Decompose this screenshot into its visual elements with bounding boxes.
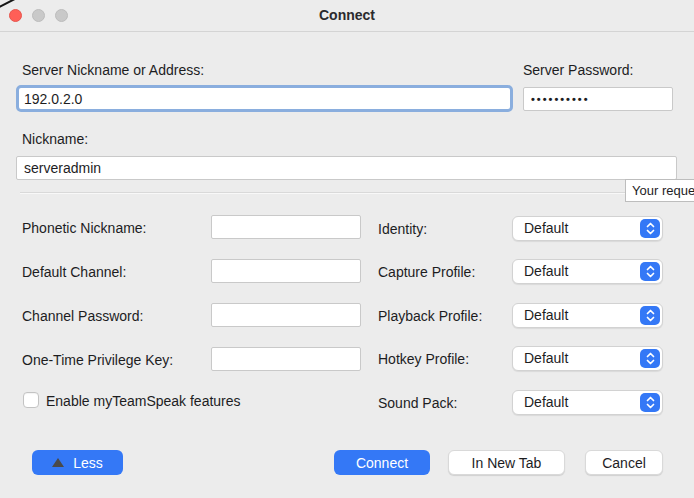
capture-profile-dropdown[interactable]: Default (512, 259, 663, 284)
triangle-up-icon (52, 458, 64, 467)
identity-label: Identity: (378, 221, 427, 237)
tooltip: Your reque (625, 179, 694, 202)
chevron-up-down-icon (640, 262, 660, 281)
playback-profile-dropdown[interactable]: Default (512, 303, 663, 328)
server-password-label: Server Password: (523, 62, 633, 78)
capture-profile-label: Capture Profile: (378, 264, 475, 280)
channel-password-input[interactable] (211, 303, 361, 327)
phonetic-nickname-input[interactable] (211, 215, 361, 239)
cancel-button[interactable]: Cancel (585, 450, 663, 475)
chevron-up-down-icon (640, 306, 660, 325)
in-new-tab-button[interactable]: In New Tab (448, 450, 565, 475)
connect-button[interactable]: Connect (334, 450, 430, 475)
chevron-up-down-icon (640, 349, 660, 368)
privilege-key-label: One-Time Privilege Key: (22, 352, 173, 368)
title-bar: Connect (0, 0, 694, 32)
hotkey-profile-dropdown[interactable]: Default (512, 346, 663, 371)
nickname-input[interactable] (16, 156, 677, 180)
channel-password-label: Channel Password: (22, 308, 143, 324)
sound-pack-dropdown[interactable]: Default (512, 390, 663, 415)
window-title: Connect (0, 0, 694, 31)
server-address-input[interactable] (16, 85, 513, 112)
server-password-input[interactable] (523, 87, 673, 111)
phonetic-nickname-label: Phonetic Nickname: (22, 220, 147, 236)
identity-dropdown[interactable]: Default (512, 216, 663, 241)
privilege-key-input[interactable] (211, 347, 361, 371)
section-divider (20, 192, 676, 194)
default-channel-label: Default Channel: (22, 264, 126, 280)
hotkey-profile-label: Hotkey Profile: (378, 351, 469, 367)
default-channel-input[interactable] (211, 259, 361, 283)
chevron-up-down-icon (640, 393, 660, 412)
connect-dialog: Connect Server Nickname or Address: Serv… (0, 0, 694, 498)
myteamspeak-checkbox[interactable] (23, 392, 39, 408)
server-address-label: Server Nickname or Address: (22, 62, 204, 78)
sound-pack-label: Sound Pack: (378, 395, 457, 411)
chevron-up-down-icon (640, 219, 660, 238)
nickname-label: Nickname: (22, 131, 88, 147)
myteamspeak-checkbox-label: Enable myTeamSpeak features (46, 393, 241, 409)
less-button[interactable]: Less (32, 450, 123, 475)
playback-profile-label: Playback Profile: (378, 308, 482, 324)
